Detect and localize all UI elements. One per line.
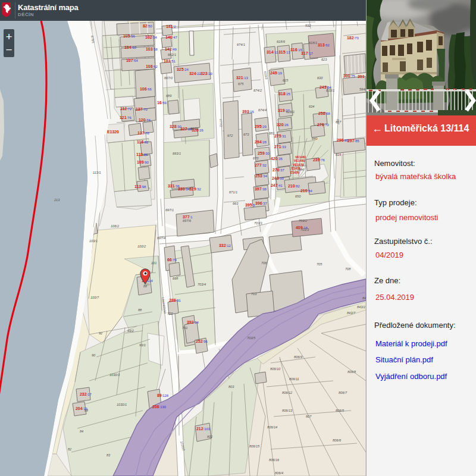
svg-text:667/1: 667/1	[190, 127, 199, 130]
svg-text:806/13: 806/13	[282, 409, 293, 412]
svg-text:674/4: 674/4	[258, 108, 267, 112]
svg-text:703/4: 703/4	[198, 283, 206, 286]
svg-text:106/66: 106/66	[140, 87, 152, 91]
svg-text:396/37: 396/37	[255, 201, 267, 205]
svg-text:700: 700	[167, 312, 173, 315]
svg-text:321/13: 321/13	[236, 76, 248, 80]
svg-text:288/91: 288/91	[169, 298, 181, 302]
svg-text:83: 83	[107, 453, 111, 457]
svg-text:806/15: 806/15	[249, 444, 260, 448]
svg-text:806/11: 806/11	[289, 377, 299, 381]
svg-text:253/34: 253/34	[255, 174, 267, 178]
svg-text:239/76: 239/76	[313, 158, 325, 162]
svg-text:276/70: 276/70	[317, 123, 329, 127]
svg-text:66/79: 66/79	[167, 258, 177, 262]
svg-text:674/2: 674/2	[253, 89, 262, 92]
svg-text:252/96: 252/96	[196, 339, 208, 343]
svg-text:325/24: 325/24	[177, 67, 189, 71]
svg-text:618/1: 618/1	[309, 41, 317, 45]
svg-text:393/15: 393/15	[242, 109, 254, 114]
svg-text:317/17: 317/17	[301, 51, 313, 55]
svg-text:703/1: 703/1	[254, 221, 262, 225]
svg-text:697/1: 697/1	[165, 208, 174, 212]
svg-text:674/1: 674/1	[237, 43, 245, 46]
svg-text:395/5: 395/5	[245, 203, 255, 207]
svg-text:802: 802	[207, 435, 213, 439]
svg-text:594/1: 594/1	[359, 87, 366, 91]
svg-text:88: 88	[138, 308, 142, 312]
svg-text:90: 90	[92, 353, 96, 357]
svg-text:314/11: 314/11	[267, 50, 278, 54]
svg-text:420/35: 420/35	[271, 156, 283, 161]
svg-text:623: 623	[321, 58, 327, 61]
svg-text:706: 706	[261, 261, 267, 265]
svg-text:806/12: 806/12	[282, 391, 293, 394]
svg-text:806/8: 806/8	[347, 370, 356, 374]
svg-text:532: 532	[305, 24, 311, 27]
svg-text:84: 84	[80, 430, 83, 433]
svg-text:625: 625	[283, 79, 289, 82]
svg-text:332/12: 332/12	[219, 243, 231, 248]
svg-text:675: 675	[238, 82, 244, 86]
svg-text:183/51: 183/51	[164, 59, 176, 63]
svg-text:E1320: E1320	[107, 130, 119, 134]
svg-text:270/37: 270/37	[273, 168, 284, 172]
svg-text:324/22: 324/22	[189, 71, 201, 76]
svg-text:703/2: 703/2	[299, 219, 308, 223]
svg-text:116/82: 116/82	[137, 140, 148, 144]
svg-text:105/56: 105/56	[123, 34, 135, 38]
svg-text:100/2: 100/2	[137, 245, 146, 248]
svg-text:329/32: 329/32	[189, 187, 201, 191]
svg-text:142/49: 142/49	[165, 47, 177, 51]
svg-text:681: 681	[269, 131, 274, 135]
svg-text:92: 92	[99, 331, 103, 335]
svg-text:100/7: 100/7	[90, 296, 99, 299]
svg-text:673: 673	[243, 133, 249, 136]
svg-text:295/29: 295/29	[255, 124, 267, 129]
svg-text:103/1: 103/1	[89, 239, 98, 243]
svg-text:232/17: 232/17	[80, 392, 92, 396]
svg-text:617: 617	[336, 119, 340, 125]
svg-text:121/76: 121/76	[120, 115, 131, 120]
svg-text:806/14: 806/14	[267, 425, 277, 429]
svg-text:300/75: 300/75	[343, 74, 355, 78]
svg-text:93/2: 93/2	[127, 329, 134, 333]
svg-text:689: 689	[166, 94, 171, 98]
svg-text:248/39: 248/39	[272, 176, 284, 180]
svg-text:318/25: 318/25	[278, 92, 290, 96]
svg-text:626/1: 626/1	[286, 110, 295, 114]
svg-text:206/130: 206/130	[152, 405, 167, 409]
svg-text:107/64: 107/64	[126, 58, 138, 62]
svg-text:112/72: 112/72	[120, 107, 131, 111]
svg-text:141/2: 141/2	[166, 24, 176, 29]
svg-text:705: 705	[317, 262, 322, 266]
svg-text:210/84: 210/84	[300, 189, 312, 193]
svg-text:182/73: 182/73	[347, 36, 359, 40]
svg-text:104/60: 104/60	[124, 45, 136, 49]
svg-text:634: 634	[309, 105, 314, 108]
svg-text:137/78: 137/78	[137, 131, 149, 135]
svg-text:108/62: 108/62	[146, 64, 158, 68]
svg-text:663: 663	[233, 202, 239, 205]
svg-text:277/32: 277/32	[255, 163, 267, 167]
svg-text:103/58: 103/58	[146, 47, 158, 51]
svg-text:703/3: 703/3	[300, 228, 309, 231]
svg-text:392/14: 392/14	[187, 320, 199, 324]
svg-text:113/1: 113/1	[93, 171, 101, 174]
svg-text:682/1: 682/1	[168, 53, 176, 57]
svg-text:323/20: 323/20	[201, 71, 212, 76]
svg-text:88: 88	[84, 409, 89, 412]
svg-text:708: 708	[345, 267, 351, 271]
svg-text:698: 698	[173, 277, 178, 280]
svg-text:258/68: 258/68	[318, 111, 330, 115]
svg-text:89/128: 89/128	[157, 393, 169, 397]
svg-text:1030/3: 1030/3	[109, 373, 120, 377]
svg-text:212/103: 212/103	[196, 427, 211, 431]
svg-text:247/41: 247/41	[271, 183, 283, 187]
svg-text:397/38: 397/38	[255, 187, 267, 191]
svg-text:701: 701	[182, 326, 187, 330]
svg-text:110/86: 110/86	[136, 152, 148, 156]
svg-text:16/59: 16/59	[157, 101, 167, 105]
svg-text:672: 672	[227, 134, 233, 137]
svg-text:210/82: 210/82	[288, 184, 300, 188]
